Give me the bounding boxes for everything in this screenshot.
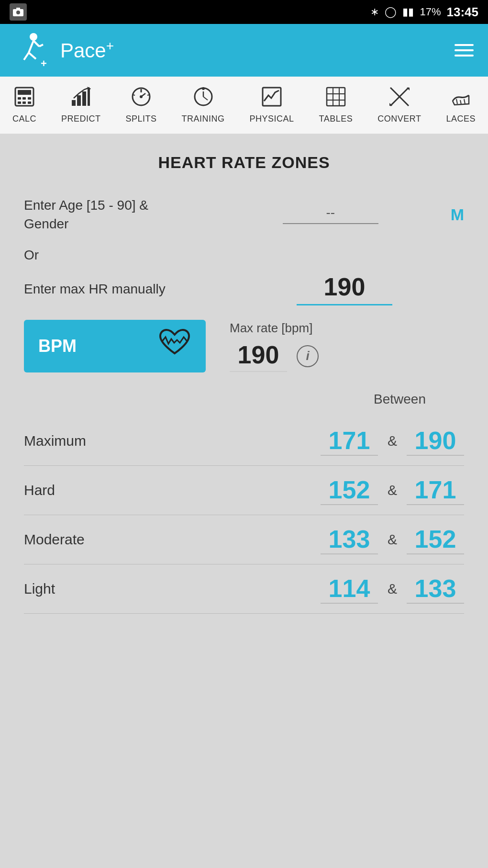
zone-row-hard: Hard 152 & 171: [24, 466, 464, 515]
zone-name-hard: Hard: [24, 482, 158, 498]
zone-amp-hard: &: [388, 482, 397, 498]
zone-low-hard: 152: [321, 475, 378, 505]
tables-icon: [326, 87, 346, 111]
nav-item-convert[interactable]: CONVERT: [374, 82, 425, 129]
svg-rect-16: [22, 101, 26, 104]
max-rate-row: 190 i: [230, 340, 319, 372]
max-rate-label: Max rate [bpm]: [230, 321, 312, 336]
zone-high-maximum: 190: [407, 426, 464, 456]
max-rate-section: Max rate [bpm] 190 i: [220, 321, 464, 372]
heart-rate-icon: [158, 328, 191, 364]
app-header-left: + Pace+: [14, 31, 114, 69]
nav-item-training[interactable]: TRAINING: [178, 82, 229, 129]
tables-label: TABLES: [319, 114, 353, 124]
svg-line-8: [39, 45, 43, 46]
calc-label: CALC: [12, 114, 36, 124]
zones-header: Between: [24, 392, 464, 407]
convert-label: CONVERT: [377, 114, 421, 124]
nav-item-tables[interactable]: TABLES: [315, 82, 357, 129]
physical-icon: [262, 87, 282, 111]
zone-name-light: Light: [24, 581, 158, 597]
zone-low-maximum: 171: [321, 426, 378, 456]
training-label: TRAINING: [182, 114, 225, 124]
laces-label: LACES: [446, 114, 476, 124]
zones-section: Between Maximum 171 & 190 Hard 152 & 171…: [24, 392, 464, 614]
svg-rect-18: [72, 100, 76, 106]
signal-icon: ▮▮: [402, 6, 414, 18]
svg-line-5: [24, 53, 29, 60]
svg-line-45: [464, 99, 465, 104]
zone-amp-light: &: [388, 581, 397, 597]
zone-row-light: Light 114 & 133: [24, 564, 464, 614]
svg-point-3: [30, 33, 37, 41]
splits-label: SPLITS: [125, 114, 156, 124]
bluetooth-icon: ∗: [370, 6, 379, 18]
svg-line-44: [460, 100, 461, 104]
calc-icon: [14, 87, 34, 111]
app-header: + Pace+: [0, 24, 488, 77]
nav-item-physical[interactable]: PHYSICAL: [246, 82, 298, 129]
svg-line-43: [456, 99, 457, 104]
status-bar: ∗ ◯ ▮▮ 17% 13:45: [0, 0, 488, 24]
svg-rect-12: [18, 97, 21, 100]
time-label: 13:45: [447, 5, 479, 20]
nav-item-predict[interactable]: PREDICT: [57, 82, 105, 129]
zone-high-moderate: 152: [407, 525, 464, 554]
bpm-text: BPM: [38, 336, 77, 356]
page-title: HEART RATE ZONES: [24, 153, 464, 172]
manual-hr-row: Enter max HR manually: [24, 272, 464, 305]
manual-hr-input[interactable]: [297, 272, 392, 305]
svg-line-28: [147, 95, 149, 95]
svg-point-1: [16, 11, 20, 14]
manual-hr-label: Enter max HR manually: [24, 282, 225, 297]
zone-high-light: 133: [407, 574, 464, 604]
svg-point-30: [202, 87, 205, 90]
or-label: Or: [24, 248, 464, 263]
zone-low-moderate: 133: [321, 525, 378, 554]
svg-rect-13: [22, 97, 26, 100]
svg-rect-17: [28, 101, 31, 104]
zone-name-maximum: Maximum: [24, 433, 158, 449]
nav-bar: CALC PREDICT SPLIT: [0, 77, 488, 134]
svg-rect-20: [82, 91, 86, 106]
svg-line-26: [141, 93, 145, 97]
battery-label: 17%: [420, 6, 441, 18]
zone-values-moderate: 133 & 152: [158, 525, 464, 554]
svg-rect-2: [16, 8, 20, 10]
app-logo: +: [14, 31, 53, 69]
svg-rect-15: [18, 101, 21, 104]
svg-line-6: [29, 53, 36, 59]
gender-value[interactable]: M: [451, 205, 464, 224]
physical-label: PHYSICAL: [250, 114, 294, 124]
nav-item-splits[interactable]: SPLITS: [122, 82, 160, 129]
splits-icon: [131, 87, 151, 111]
photo-icon: [10, 3, 27, 21]
zone-values-hard: 152 & 171: [158, 475, 464, 505]
svg-line-27: [133, 95, 135, 95]
zone-low-light: 114: [321, 574, 378, 604]
manual-hr-input-wrapper: [225, 272, 464, 305]
age-input-wrapper: [225, 205, 436, 224]
training-icon: [193, 87, 213, 111]
wifi-icon: ◯: [385, 6, 397, 18]
zone-amp-maximum: &: [388, 433, 397, 449]
zone-amp-moderate: &: [388, 531, 397, 548]
svg-rect-14: [28, 97, 31, 100]
nav-item-calc[interactable]: CALC: [9, 82, 40, 129]
svg-line-7: [33, 41, 39, 46]
svg-rect-21: [88, 89, 90, 106]
laces-icon: [451, 87, 471, 111]
status-bar-left: [10, 3, 27, 21]
predict-label: PREDICT: [61, 114, 101, 124]
zone-high-hard: 171: [407, 475, 464, 505]
nav-item-laces[interactable]: LACES: [442, 82, 479, 129]
main-content: HEART RATE ZONES Enter Age [15 - 90] & G…: [0, 134, 488, 868]
svg-text:+: +: [41, 57, 47, 69]
hamburger-menu-button[interactable]: [455, 44, 474, 56]
zone-values-maximum: 171 & 190: [158, 426, 464, 456]
zone-row-moderate: Moderate 133 & 152: [24, 515, 464, 564]
age-input[interactable]: [283, 205, 378, 224]
svg-rect-19: [77, 95, 81, 106]
info-icon[interactable]: i: [297, 345, 319, 367]
bpm-button[interactable]: BPM: [24, 320, 206, 372]
